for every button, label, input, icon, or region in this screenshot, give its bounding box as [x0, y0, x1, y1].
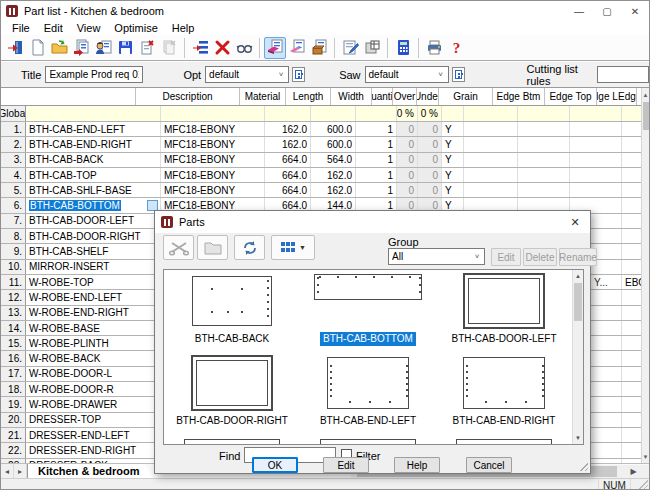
- cell-material[interactable]: MFC18-EBONY: [161, 168, 265, 182]
- cell-edge-left[interactable]: [570, 168, 622, 182]
- cell-edge-rt[interactable]: [622, 306, 643, 320]
- cell-quantity[interactable]: 1: [356, 183, 397, 197]
- cell-description[interactable]: DRESSER-TOP: [26, 413, 161, 427]
- menu-item[interactable]: View: [70, 22, 108, 34]
- cell-length[interactable]: 664.0: [265, 183, 311, 197]
- cell-length[interactable]: [265, 106, 311, 121]
- row-number[interactable]: 6.: [1, 198, 26, 212]
- row-number[interactable]: 12.: [1, 290, 26, 304]
- scroll-down-icon[interactable]: ▼: [573, 432, 583, 444]
- exit-icon[interactable]: [4, 37, 26, 59]
- cell-description[interactable]: W-ROBE-BASE: [26, 321, 161, 335]
- column-header[interactable]: [1, 88, 136, 105]
- column-header[interactable]: Under: [417, 88, 439, 105]
- part-thumbnail[interactable]: [300, 434, 436, 445]
- part-library-icon[interactable]: [264, 37, 286, 59]
- cell-width[interactable]: 162.0: [311, 168, 356, 182]
- row-number[interactable]: 5.: [1, 183, 26, 197]
- dialog-close-button[interactable]: ✕: [560, 211, 590, 233]
- table-row[interactable]: 1. BTH-CAB-END-LEFT MFC18-EBONY 162.0 60…: [1, 122, 643, 137]
- cell-edge-rt[interactable]: [622, 428, 643, 442]
- help-icon[interactable]: ?: [445, 37, 467, 59]
- tab-scroll-left-icon[interactable]: ◂: [1, 464, 14, 478]
- column-header[interactable]: Description: [136, 88, 240, 105]
- cell-description[interactable]: BTH-CAB-DOOR-LEFT: [26, 214, 161, 228]
- cell-edge-rt[interactable]: [622, 321, 643, 335]
- cell-edge-top[interactable]: [518, 137, 570, 151]
- cell-over[interactable]: 0: [397, 137, 418, 151]
- row-number[interactable]: 9.: [1, 244, 26, 258]
- cell-edge-left[interactable]: [570, 106, 622, 121]
- group-edit-button[interactable]: Edit: [491, 248, 521, 266]
- row-number[interactable]: 2.: [1, 137, 26, 151]
- cell-edge-left[interactable]: [570, 137, 622, 151]
- row-number[interactable]: 8.: [1, 229, 26, 243]
- open-disabled-icon[interactable]: [197, 235, 228, 260]
- cell-grain[interactable]: Y: [442, 183, 464, 197]
- cell-description[interactable]: BTH-CAB-END-LEFT: [26, 122, 161, 136]
- cell-width[interactable]: 564.0: [311, 153, 356, 167]
- column-header[interactable]: Over: [393, 88, 417, 105]
- global-row[interactable]: Global 0 % 0 %: [1, 106, 643, 122]
- cell-quantity[interactable]: 1: [356, 153, 397, 167]
- row-number[interactable]: 4.: [1, 168, 26, 182]
- edit-button[interactable]: Edit: [323, 457, 369, 473]
- list-scrollbar[interactable]: ▲ ▼: [572, 270, 583, 444]
- group-combo[interactable]: All˅: [388, 248, 485, 265]
- cell-grain[interactable]: Y: [442, 122, 464, 136]
- part-thumbnail[interactable]: [164, 434, 300, 445]
- cell-quantity[interactable]: 1: [356, 137, 397, 151]
- row-number[interactable]: Global: [1, 106, 26, 121]
- table-row[interactable]: 2. BTH-CAB-END-RIGHT MFC18-EBONY 162.0 6…: [1, 137, 643, 152]
- material-library-icon[interactable]: [308, 37, 330, 59]
- column-header[interactable]: Edg: [618, 88, 637, 105]
- cell-description[interactable]: BTH-CAB-TOP: [26, 168, 161, 182]
- help-button[interactable]: Help: [394, 457, 440, 473]
- menu-item[interactable]: Help: [165, 22, 202, 34]
- cell-grain[interactable]: Y: [442, 168, 464, 182]
- cell-edge-rt[interactable]: EBON: [622, 275, 643, 289]
- close-button[interactable]: ✕: [621, 1, 649, 21]
- cell-description[interactable]: W-ROBE-BACK: [26, 351, 161, 365]
- column-header[interactable]: Grain: [439, 88, 493, 105]
- view-mode-icon[interactable]: ▼: [271, 235, 315, 260]
- cell-description[interactable]: BTH-CAB-SHELF: [26, 244, 161, 258]
- part-thumbnail[interactable]: [436, 434, 572, 445]
- cell-edge-rt[interactable]: [622, 106, 643, 121]
- row-number[interactable]: 7.: [1, 214, 26, 228]
- vertical-scrollbar[interactable]: ▲ ▼: [641, 88, 649, 463]
- column-header[interactable]: Edge Top: [545, 88, 597, 105]
- cell-description[interactable]: BTH-CAB-BACK: [26, 153, 161, 167]
- cell-edge-rt[interactable]: [622, 397, 643, 411]
- cell-edge-rt[interactable]: [622, 168, 643, 182]
- cell-edge-btm[interactable]: [464, 106, 518, 121]
- cell-length[interactable]: 162.0: [265, 122, 311, 136]
- cell-edge-btm[interactable]: [464, 168, 518, 182]
- part-thumbnail[interactable]: BTH-CAB-END-RIGHT: [436, 352, 572, 434]
- row-number[interactable]: 14.: [1, 321, 26, 335]
- column-header[interactable]: Material: [240, 88, 286, 105]
- resize-grip[interactable]: [638, 480, 648, 490]
- cell-description[interactable]: DRESSER-END-LEFT: [26, 428, 161, 442]
- cell-description[interactable]: W-ROBE-TOP: [26, 275, 161, 289]
- delete-document-icon[interactable]: [136, 37, 158, 59]
- cell-edge-left[interactable]: [570, 122, 622, 136]
- ok-button[interactable]: OK: [252, 457, 298, 473]
- open-icon[interactable]: [48, 37, 70, 59]
- row-number[interactable]: 19.: [1, 397, 26, 411]
- cell-edge-rt[interactable]: [622, 260, 643, 274]
- maximize-button[interactable]: ▢: [593, 1, 621, 21]
- review-glasses-icon[interactable]: [233, 37, 255, 59]
- edge-library-icon[interactable]: [286, 37, 308, 59]
- column-header[interactable]: Quantity: [372, 88, 393, 105]
- part-thumbnail[interactable]: BTH-CAB-BOTTOM: [300, 270, 436, 352]
- copy-list-icon[interactable]: [70, 37, 92, 59]
- cell-material[interactable]: MFC18-EBONY: [161, 137, 265, 151]
- group-delete-button[interactable]: Delete: [523, 248, 557, 266]
- part-thumbnail[interactable]: BTH-CAB-DOOR-RIGHT: [164, 352, 300, 434]
- row-number[interactable]: 21.: [1, 428, 26, 442]
- cell-edge-top[interactable]: [518, 183, 570, 197]
- cell-under[interactable]: 0 %: [418, 106, 442, 121]
- list-scrollbar-thumb[interactable]: [574, 283, 582, 321]
- scroll-right-icon[interactable]: ▶: [627, 465, 640, 478]
